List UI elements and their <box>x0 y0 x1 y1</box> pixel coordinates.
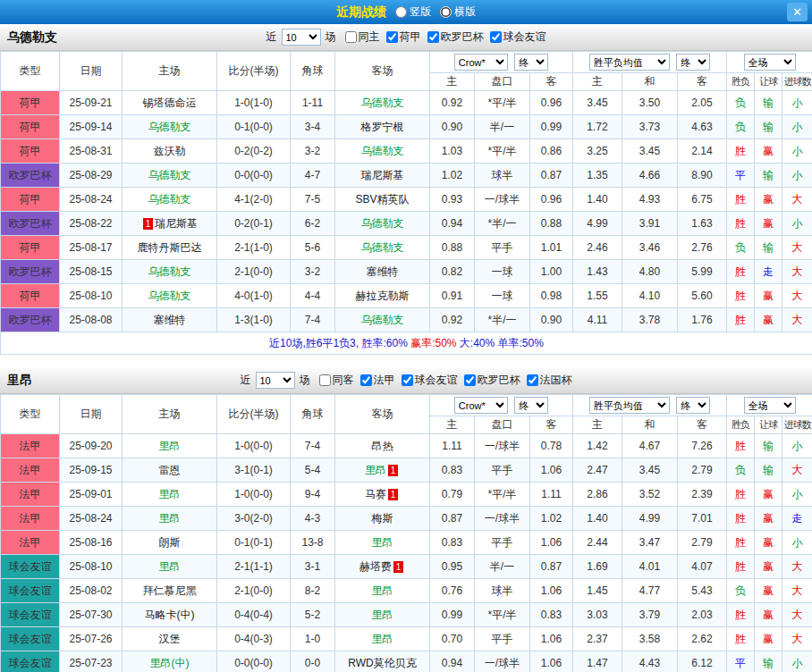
checkbox-input[interactable] <box>527 374 538 386</box>
close-button[interactable]: ✕ <box>787 3 808 21</box>
summary-segment: 大:40% <box>460 337 498 349</box>
checkbox-input[interactable] <box>345 31 357 43</box>
titlebar-center: 近期战绩 竖版 横版 <box>336 4 476 21</box>
filter-checkbox[interactable]: 同客 <box>319 373 354 388</box>
odds-away: 0.90 <box>530 308 573 332</box>
filter-checkbox[interactable]: 球会友谊 <box>490 29 546 45</box>
result-wdl: 胜 <box>727 260 755 284</box>
result-wdl: 胜 <box>727 531 755 555</box>
bookmaker-select[interactable]: Crow* <box>454 54 508 71</box>
corner-count: 7-4 <box>291 308 335 332</box>
checkbox-input[interactable] <box>386 31 398 43</box>
corner-count: 1-11 <box>291 91 335 115</box>
subcol-wdl: 胜负 <box>727 416 755 434</box>
match-count-select[interactable]: 10 <box>256 372 295 389</box>
col-home: 主场 <box>123 395 217 434</box>
match-score: 0-0(0-0) <box>217 651 291 672</box>
match-score: 2-1(1-1) <box>217 555 291 579</box>
avg-home: 4.11 <box>573 308 622 332</box>
subcol-avg-home: 主 <box>573 416 622 434</box>
match-row: 法甲25-09-01里昂1-0(0-0)9-4马赛10.79*平/半1.112.… <box>1 483 812 507</box>
league-badge: 球会友谊 <box>1 579 60 603</box>
avg-draw: 3.46 <box>622 236 678 260</box>
checkbox-label: 荷甲 <box>400 29 421 45</box>
odds-away: 0.98 <box>530 284 573 308</box>
avg-final-select[interactable]: 终 <box>676 397 710 414</box>
away-team: 格罗宁根 <box>335 115 430 139</box>
bookmaker-select[interactable]: Crow* <box>454 397 508 414</box>
filter-checkbox[interactable]: 荷甲 <box>386 29 421 45</box>
away-team: 马赛1 <box>335 483 430 507</box>
checkbox-input[interactable] <box>360 374 372 386</box>
match-row: 欧罗巴杯25-08-15乌德勒支2-1(0-0)3-2塞维特0.82一球1.00… <box>1 260 812 284</box>
team-label: 锡塔德命运 <box>143 97 197 109</box>
odds-final-select[interactable]: 终 <box>514 54 548 71</box>
subcol-avg-home: 主 <box>573 73 622 91</box>
checkbox-input[interactable] <box>427 31 439 43</box>
avg-home: 1.45 <box>573 579 622 603</box>
odds-away: 0.88 <box>530 212 573 236</box>
match-count-select[interactable]: 10 <box>282 29 321 46</box>
avg-select[interactable]: 胜平负均值 <box>589 397 670 414</box>
match-score: 2-1(0-0) <box>217 260 291 284</box>
horizontal-label: 横版 <box>454 4 476 20</box>
odds-home: 0.95 <box>430 555 475 579</box>
subcol-goals: 进球数 <box>782 416 812 434</box>
odds-home: 0.94 <box>430 212 475 236</box>
filter-checkbox[interactable]: 球会友谊 <box>402 373 458 388</box>
home-team: 里昂 <box>123 555 217 579</box>
subcol-handicap: 盘口 <box>475 73 530 91</box>
vertical-radio[interactable] <box>395 6 407 18</box>
avg-draw: 4.80 <box>622 260 678 284</box>
avg-home: 4.99 <box>573 212 622 236</box>
corner-count: 6-2 <box>291 212 335 236</box>
match-row: 球会友谊25-08-10里昂2-1(1-1)3-1赫塔费10.95半/一0.87… <box>1 555 812 579</box>
avg-home: 3.03 <box>573 603 622 627</box>
handicap: 平手 <box>475 458 530 483</box>
handicap: 一球 <box>475 284 530 308</box>
handicap: 球半 <box>475 579 530 603</box>
layout-option-vertical[interactable]: 竖版 <box>395 4 431 20</box>
horizontal-radio[interactable] <box>440 6 452 18</box>
result-wdl: 胜 <box>727 483 755 507</box>
match-date: 25-08-02 <box>60 579 123 603</box>
team-name: 里昂 <box>7 373 32 389</box>
layout-option-horizontal[interactable]: 横版 <box>440 4 476 20</box>
avg-home: 1.69 <box>573 555 622 579</box>
result-goals: 小 <box>782 212 812 236</box>
avg-draw: 4.99 <box>622 507 678 531</box>
avg-away: 7.01 <box>678 507 727 531</box>
filter-checkbox[interactable]: 法国杯 <box>527 373 572 388</box>
vertical-label: 竖版 <box>410 4 431 20</box>
team-label: 里昂 <box>159 440 181 452</box>
col-date: 日期 <box>60 395 123 434</box>
avg-select[interactable]: 胜平负均值 <box>589 54 670 71</box>
col-corner: 角球 <box>291 52 335 91</box>
home-team: 乌德勒支 <box>123 115 217 139</box>
scope-select[interactable]: 全场 <box>744 397 796 414</box>
scope-select[interactable]: 全场 <box>744 54 796 71</box>
subcol-goals: 进球数 <box>782 73 812 91</box>
filter-checkbox[interactable]: 法甲 <box>360 373 395 388</box>
checkbox-input[interactable] <box>402 374 413 386</box>
odds-final-select[interactable]: 终 <box>514 397 548 414</box>
corner-count: 3-4 <box>291 115 335 139</box>
avg-away: 2.79 <box>678 458 727 483</box>
team-name: 乌德勒支 <box>7 29 57 46</box>
checkbox-input[interactable] <box>319 374 331 386</box>
odds-home: 0.99 <box>430 603 475 627</box>
league-badge: 荷甲 <box>1 188 60 212</box>
avg-final-select[interactable]: 终 <box>676 54 710 71</box>
filter-checkbox[interactable]: 欧罗巴杯 <box>427 29 484 45</box>
avg-draw: 3.45 <box>622 139 678 164</box>
checkbox-input[interactable] <box>464 374 476 386</box>
filter-checkbox[interactable]: 欧罗巴杯 <box>464 373 520 388</box>
checkbox-label: 欧罗巴杯 <box>478 373 520 388</box>
result-goals: 小 <box>782 651 812 672</box>
match-score: 1-3(1-0) <box>217 308 291 332</box>
checkbox-input[interactable] <box>490 31 502 43</box>
handicap: 球半 <box>475 164 530 188</box>
avg-home: 2.37 <box>573 627 622 651</box>
filter-checkbox[interactable]: 同主 <box>345 29 380 45</box>
match-row: 欧罗巴杯25-08-221瑞尼斯基0-2(0-1)6-2乌德勒支0.94*半/一… <box>1 212 812 236</box>
